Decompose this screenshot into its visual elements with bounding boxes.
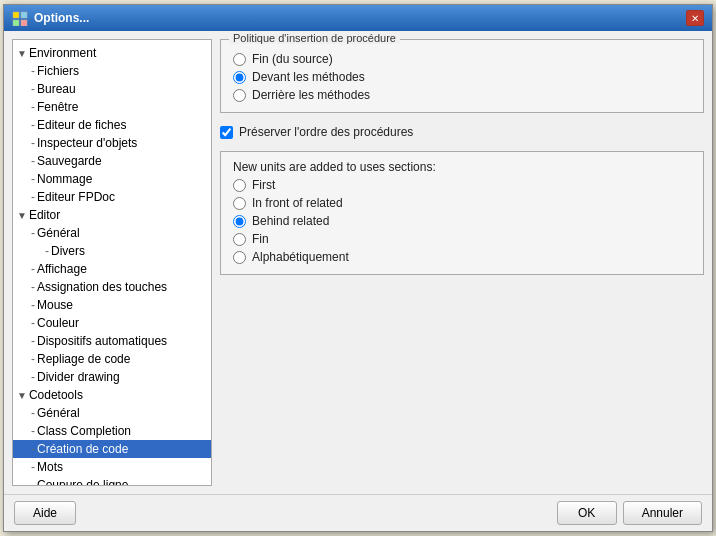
tree-item-divers[interactable]: -Divers xyxy=(13,242,211,260)
tree-item-dispositifs[interactable]: -Dispositifs automatiques xyxy=(13,332,211,350)
tree-item-bureau[interactable]: -Bureau xyxy=(13,80,211,98)
tree-item-sauvegarde[interactable]: -Sauvegarde xyxy=(13,152,211,170)
radio-item-in-front-related[interactable]: In front of related xyxy=(233,196,691,210)
tree-dash: - xyxy=(31,316,35,330)
tree-dash: - xyxy=(31,442,35,456)
tree-item-couleur[interactable]: -Couleur xyxy=(13,314,211,332)
radio-alphabetiquement[interactable] xyxy=(233,251,246,264)
radio-fin-source[interactable] xyxy=(233,53,246,66)
tree-label: Assignation des touches xyxy=(37,280,167,294)
tree-item-mots[interactable]: -Mots xyxy=(13,458,211,476)
radio-in-front-related[interactable] xyxy=(233,197,246,210)
tree-dash: - xyxy=(31,370,35,384)
tree-item-editeur-fiches[interactable]: -Editeur de fiches xyxy=(13,116,211,134)
tree-item-general[interactable]: -Général xyxy=(13,224,211,242)
radio-label-fin-source[interactable]: Fin (du source) xyxy=(252,52,333,66)
insertion-policy-title: Politique d'insertion de procédure xyxy=(229,32,400,44)
aide-button[interactable]: Aide xyxy=(14,501,76,525)
tree-label: Inspecteur d'objets xyxy=(37,136,137,150)
tree-item-mouse[interactable]: -Mouse xyxy=(13,296,211,314)
svg-rect-0 xyxy=(13,12,19,18)
radio-item-alphabetiquement[interactable]: Alphabétiquement xyxy=(233,250,691,264)
tree-dash: - xyxy=(45,244,49,258)
tree-item-nommage[interactable]: -Nommage xyxy=(13,170,211,188)
options-dialog: Options... ✕ ▼Environment-Fichiers-Burea… xyxy=(3,4,713,532)
close-button[interactable]: ✕ xyxy=(686,10,704,26)
radio-label-derriere-methodes[interactable]: Derrière les méthodes xyxy=(252,88,370,102)
radio-fin[interactable] xyxy=(233,233,246,246)
annuler-button[interactable]: Annuler xyxy=(623,501,702,525)
tree-item-fenetre[interactable]: -Fenêtre xyxy=(13,98,211,116)
tree-label: Divers xyxy=(51,244,85,258)
radio-behind-related[interactable] xyxy=(233,215,246,228)
tree-label: Environment xyxy=(29,46,96,60)
tree-label: Coupure de ligne xyxy=(37,478,128,486)
tree-item-codetools[interactable]: ▼Codetools xyxy=(13,386,211,404)
tree-dash: - xyxy=(31,100,35,114)
tree-dash: - xyxy=(31,460,35,474)
radio-label-fin[interactable]: Fin xyxy=(252,232,269,246)
tree-label: Bureau xyxy=(37,82,76,96)
options-icon xyxy=(12,10,28,26)
radio-item-first[interactable]: First xyxy=(233,178,691,192)
tree-dash: - xyxy=(31,478,35,486)
tree-label: Affichage xyxy=(37,262,87,276)
tree-item-inspecteur[interactable]: -Inspecteur d'objets xyxy=(13,134,211,152)
preserve-label[interactable]: Préserver l'ordre des procédures xyxy=(239,125,413,139)
preserve-checkbox[interactable] xyxy=(220,126,233,139)
title-bar-left: Options... xyxy=(12,10,89,26)
tree-item-coupure[interactable]: -Coupure de ligne xyxy=(13,476,211,486)
bottom-bar: Aide OK Annuler xyxy=(4,494,712,531)
tree-item-class-completion[interactable]: -Class Completion xyxy=(13,422,211,440)
new-units-title: New units are added to uses sections: xyxy=(233,160,691,174)
radio-devant-methodes[interactable] xyxy=(233,71,246,84)
radio-item-fin[interactable]: Fin xyxy=(233,232,691,246)
tree-item-environment[interactable]: ▼Environment xyxy=(13,44,211,62)
title-text: Options... xyxy=(34,11,89,25)
radio-label-first[interactable]: First xyxy=(252,178,275,192)
tree-label: Mouse xyxy=(37,298,73,312)
radio-first[interactable] xyxy=(233,179,246,192)
tree-item-divider[interactable]: -Divider drawing xyxy=(13,368,211,386)
right-panel: Politique d'insertion de procédure Fin (… xyxy=(220,39,704,486)
tree-label: Général xyxy=(37,226,80,240)
tree-dash: - xyxy=(31,64,35,78)
radio-label-alphabetiquement[interactable]: Alphabétiquement xyxy=(252,250,349,264)
tree-label: Class Completion xyxy=(37,424,131,438)
tree-label: Editor xyxy=(29,208,60,222)
tree-dash: - xyxy=(31,298,35,312)
tree-label: Editeur de fiches xyxy=(37,118,126,132)
radio-item-derriere-methodes[interactable]: Derrière les méthodes xyxy=(233,88,691,102)
tree-label: Création de code xyxy=(37,442,128,456)
expand-icon: ▼ xyxy=(17,48,27,59)
radio-item-behind-related[interactable]: Behind related xyxy=(233,214,691,228)
tree-dash: - xyxy=(31,352,35,366)
svg-rect-1 xyxy=(21,12,27,18)
tree-item-editeur-fpdoc[interactable]: -Editeur FPDoc xyxy=(13,188,211,206)
tree-dash: - xyxy=(31,262,35,276)
tree-item-editor[interactable]: ▼Editor xyxy=(13,206,211,224)
tree-item-codetools-general[interactable]: -Général xyxy=(13,404,211,422)
ok-button[interactable]: OK xyxy=(557,501,617,525)
svg-rect-3 xyxy=(21,20,27,26)
preserve-checkbox-row: Préserver l'ordre des procédures xyxy=(220,121,704,143)
tree-item-repliage[interactable]: -Repliage de code xyxy=(13,350,211,368)
radio-derriere-methodes[interactable] xyxy=(233,89,246,102)
radio-label-in-front-related[interactable]: In front of related xyxy=(252,196,343,210)
expand-icon: ▼ xyxy=(17,210,27,221)
tree-item-creation-code[interactable]: -Création de code xyxy=(13,440,211,458)
radio-label-behind-related[interactable]: Behind related xyxy=(252,214,329,228)
svg-rect-2 xyxy=(13,20,19,26)
tree-item-fichiers[interactable]: -Fichiers xyxy=(13,62,211,80)
radio-label-devant-methodes[interactable]: Devant les méthodes xyxy=(252,70,365,84)
tree-dash: - xyxy=(31,280,35,294)
tree-dash: - xyxy=(31,424,35,438)
new-units-radios: First In front of related Behind related… xyxy=(233,178,691,264)
radio-item-fin-source[interactable]: Fin (du source) xyxy=(233,52,691,66)
tree-label: Divider drawing xyxy=(37,370,120,384)
tree-item-affichage[interactable]: -Affichage xyxy=(13,260,211,278)
left-panel[interactable]: ▼Environment-Fichiers-Bureau-Fenêtre-Edi… xyxy=(12,39,212,486)
radio-item-devant-methodes[interactable]: Devant les méthodes xyxy=(233,70,691,84)
expand-icon: ▼ xyxy=(17,390,27,401)
tree-item-assignation[interactable]: -Assignation des touches xyxy=(13,278,211,296)
